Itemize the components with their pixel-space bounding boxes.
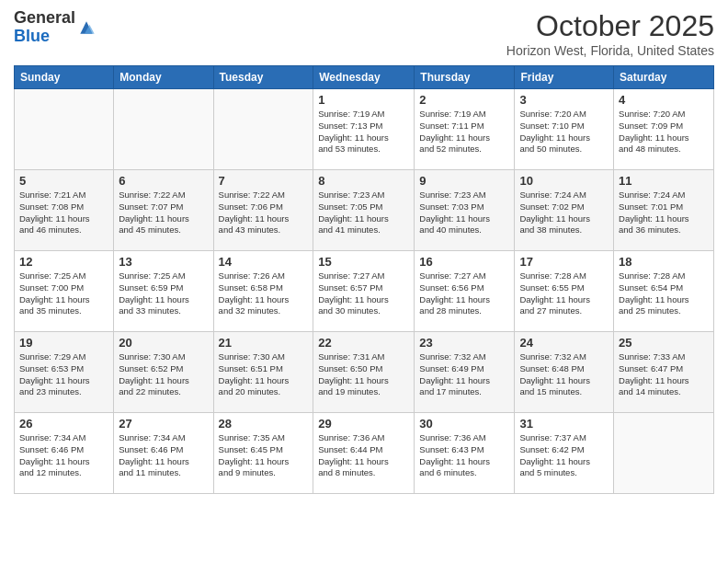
day-number: 14 [219, 255, 309, 269]
page: General Blue October 2025 Horizon West, … [0, 0, 728, 563]
table-row: 7Sunrise: 7:22 AMSunset: 7:06 PMDaylight… [213, 170, 313, 251]
table-row: 1Sunrise: 7:19 AMSunset: 7:13 PMDaylight… [313, 89, 415, 170]
day-number: 30 [419, 417, 509, 431]
col-saturday: Saturday [614, 66, 714, 89]
day-info: Sunrise: 7:19 AMSunset: 7:11 PMDaylight:… [419, 109, 509, 155]
col-monday: Monday [114, 66, 213, 89]
day-info: Sunrise: 7:30 AMSunset: 6:52 PMDaylight:… [119, 351, 208, 398]
logo-general-text: General [14, 8, 75, 27]
day-info: Sunrise: 7:26 AMSunset: 6:58 PMDaylight:… [219, 270, 309, 317]
col-tuesday: Tuesday [213, 66, 313, 89]
day-number: 13 [119, 255, 208, 269]
table-row [213, 89, 313, 170]
table-row: 25Sunrise: 7:33 AMSunset: 6:47 PMDayligh… [614, 332, 714, 413]
day-number: 9 [419, 174, 509, 188]
table-row: 28Sunrise: 7:35 AMSunset: 6:45 PMDayligh… [213, 413, 313, 494]
day-number: 26 [19, 417, 108, 431]
logo-blue-text: Blue [14, 27, 50, 45]
day-number: 2 [419, 93, 509, 107]
title-block: October 2025 Horizon West, Florida, Unit… [506, 9, 714, 58]
day-number: 28 [219, 417, 309, 431]
table-row: 23Sunrise: 7:32 AMSunset: 6:49 PMDayligh… [415, 332, 515, 413]
table-row: 20Sunrise: 7:30 AMSunset: 6:52 PMDayligh… [114, 332, 213, 413]
calendar-week-row: 5Sunrise: 7:21 AMSunset: 7:08 PMDaylight… [15, 170, 714, 251]
day-number: 23 [419, 336, 509, 350]
table-row: 19Sunrise: 7:29 AMSunset: 6:53 PMDayligh… [15, 332, 114, 413]
day-info: Sunrise: 7:22 AMSunset: 7:07 PMDaylight:… [119, 190, 208, 236]
logo-icon [77, 18, 96, 37]
table-row: 12Sunrise: 7:25 AMSunset: 7:00 PMDayligh… [15, 251, 114, 332]
day-info: Sunrise: 7:23 AMSunset: 7:03 PMDaylight:… [419, 190, 509, 236]
day-info: Sunrise: 7:28 AMSunset: 6:55 PMDaylight:… [519, 270, 609, 317]
table-row: 31Sunrise: 7:37 AMSunset: 6:42 PMDayligh… [515, 413, 614, 494]
table-row [15, 89, 114, 170]
day-number: 18 [619, 255, 709, 269]
day-info: Sunrise: 7:27 AMSunset: 6:57 PMDaylight:… [318, 270, 409, 317]
calendar-week-row: 12Sunrise: 7:25 AMSunset: 7:00 PMDayligh… [15, 251, 714, 332]
table-row [614, 413, 714, 494]
day-info: Sunrise: 7:30 AMSunset: 6:51 PMDaylight:… [219, 351, 309, 398]
table-row: 5Sunrise: 7:21 AMSunset: 7:08 PMDaylight… [15, 170, 114, 251]
day-info: Sunrise: 7:35 AMSunset: 6:45 PMDaylight:… [219, 432, 309, 479]
table-row: 2Sunrise: 7:19 AMSunset: 7:11 PMDaylight… [415, 89, 515, 170]
day-number: 16 [419, 255, 509, 269]
day-info: Sunrise: 7:37 AMSunset: 6:42 PMDaylight:… [519, 432, 609, 479]
day-number: 15 [318, 255, 409, 269]
table-row: 6Sunrise: 7:22 AMSunset: 7:07 PMDaylight… [114, 170, 213, 251]
table-row: 14Sunrise: 7:26 AMSunset: 6:58 PMDayligh… [213, 251, 313, 332]
day-number: 24 [519, 336, 609, 350]
day-info: Sunrise: 7:20 AMSunset: 7:09 PMDaylight:… [619, 109, 709, 155]
day-number: 5 [19, 174, 108, 188]
day-info: Sunrise: 7:33 AMSunset: 6:47 PMDaylight:… [619, 351, 709, 398]
calendar-week-row: 19Sunrise: 7:29 AMSunset: 6:53 PMDayligh… [15, 332, 714, 413]
day-number: 11 [619, 174, 709, 188]
calendar-week-row: 1Sunrise: 7:19 AMSunset: 7:13 PMDaylight… [15, 89, 714, 170]
col-friday: Friday [515, 66, 614, 89]
day-number: 3 [519, 93, 609, 107]
day-number: 1 [318, 93, 409, 107]
table-row: 30Sunrise: 7:36 AMSunset: 6:43 PMDayligh… [415, 413, 515, 494]
table-row: 24Sunrise: 7:32 AMSunset: 6:48 PMDayligh… [515, 332, 614, 413]
location: Horizon West, Florida, United States [506, 43, 714, 58]
day-number: 17 [519, 255, 609, 269]
day-number: 8 [318, 174, 409, 188]
table-row: 10Sunrise: 7:24 AMSunset: 7:02 PMDayligh… [515, 170, 614, 251]
day-info: Sunrise: 7:21 AMSunset: 7:08 PMDaylight:… [19, 190, 108, 236]
day-number: 25 [619, 336, 709, 350]
table-row: 8Sunrise: 7:23 AMSunset: 7:05 PMDaylight… [313, 170, 415, 251]
day-number: 12 [19, 255, 108, 269]
day-number: 7 [219, 174, 309, 188]
table-row: 18Sunrise: 7:28 AMSunset: 6:54 PMDayligh… [614, 251, 714, 332]
day-info: Sunrise: 7:23 AMSunset: 7:05 PMDaylight:… [318, 190, 409, 236]
day-info: Sunrise: 7:28 AMSunset: 6:54 PMDaylight:… [619, 270, 709, 317]
day-number: 29 [318, 417, 409, 431]
day-info: Sunrise: 7:25 AMSunset: 6:59 PMDaylight:… [119, 270, 208, 317]
table-row: 26Sunrise: 7:34 AMSunset: 6:46 PMDayligh… [15, 413, 114, 494]
table-row: 15Sunrise: 7:27 AMSunset: 6:57 PMDayligh… [313, 251, 415, 332]
col-thursday: Thursday [415, 66, 515, 89]
day-info: Sunrise: 7:24 AMSunset: 7:01 PMDaylight:… [619, 190, 709, 236]
day-number: 19 [19, 336, 108, 350]
day-number: 27 [119, 417, 208, 431]
day-info: Sunrise: 7:36 AMSunset: 6:44 PMDaylight:… [318, 432, 409, 479]
day-info: Sunrise: 7:31 AMSunset: 6:50 PMDaylight:… [318, 351, 409, 398]
day-info: Sunrise: 7:34 AMSunset: 6:46 PMDaylight:… [19, 432, 108, 479]
table-row: 17Sunrise: 7:28 AMSunset: 6:55 PMDayligh… [515, 251, 614, 332]
day-number: 6 [119, 174, 208, 188]
table-row: 16Sunrise: 7:27 AMSunset: 6:56 PMDayligh… [415, 251, 515, 332]
table-row: 13Sunrise: 7:25 AMSunset: 6:59 PMDayligh… [114, 251, 213, 332]
day-number: 20 [119, 336, 208, 350]
day-info: Sunrise: 7:36 AMSunset: 6:43 PMDaylight:… [419, 432, 509, 479]
table-row: 22Sunrise: 7:31 AMSunset: 6:50 PMDayligh… [313, 332, 415, 413]
day-number: 22 [318, 336, 409, 350]
col-wednesday: Wednesday [313, 66, 415, 89]
day-info: Sunrise: 7:32 AMSunset: 6:49 PMDaylight:… [419, 351, 509, 398]
day-info: Sunrise: 7:24 AMSunset: 7:02 PMDaylight:… [519, 190, 609, 236]
table-row: 3Sunrise: 7:20 AMSunset: 7:10 PMDaylight… [515, 89, 614, 170]
day-info: Sunrise: 7:19 AMSunset: 7:13 PMDaylight:… [318, 109, 409, 155]
day-number: 4 [619, 93, 709, 107]
col-sunday: Sunday [15, 66, 114, 89]
day-info: Sunrise: 7:32 AMSunset: 6:48 PMDaylight:… [519, 351, 609, 398]
calendar-table: Sunday Monday Tuesday Wednesday Thursday… [14, 65, 714, 494]
table-row: 21Sunrise: 7:30 AMSunset: 6:51 PMDayligh… [213, 332, 313, 413]
